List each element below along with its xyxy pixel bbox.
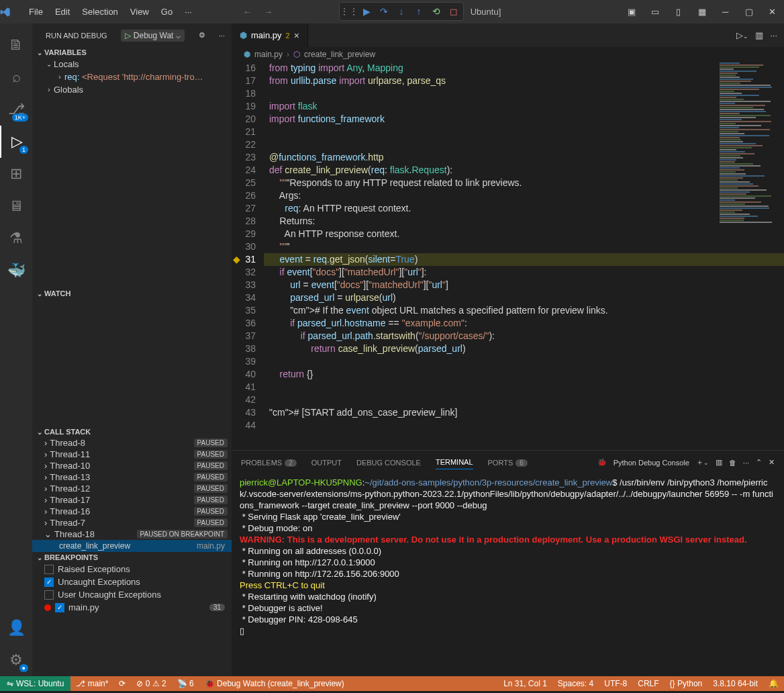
split-terminal-icon[interactable]: ▥ <box>716 458 722 467</box>
menu-bar: FileEditSelectionViewGo··· <box>23 4 197 19</box>
callstack-thread[interactable]: ›Thread-16PAUSED <box>32 506 232 517</box>
menu-go[interactable]: Go <box>156 4 178 19</box>
stack-frame[interactable]: create_link_previewmain.py <box>32 540 232 552</box>
activity-run-debug-icon[interactable]: ▷1 <box>0 126 32 158</box>
split-editor-icon[interactable]: ▥ <box>755 30 763 40</box>
debug-grip-icon[interactable]: ⋮⋮ <box>344 6 354 17</box>
activity-search-icon[interactable]: ⌕ <box>0 61 32 93</box>
variables-scope-globals[interactable]: › Globals <box>32 83 232 96</box>
activity-accounts-icon[interactable]: 👤 <box>0 612 32 644</box>
remote-indicator[interactable]: ⇋ WSL: Ubuntu <box>0 676 70 691</box>
launch-config-selector[interactable]: ▷ Debug Wat ⌵ <box>121 30 185 42</box>
callstack-thread[interactable]: ›Thread-8PAUSED <box>32 437 232 449</box>
panel-tab-output[interactable]: OUTPUT <box>311 456 342 469</box>
debug-step-over-icon[interactable]: ↷ <box>379 6 389 17</box>
breakpoint-row[interactable]: ✓Uncaught Exceptions <box>32 575 232 588</box>
debug-step-out-icon[interactable]: ↑ <box>413 6 424 17</box>
breakpoint-row[interactable]: Raised Exceptions <box>32 563 232 575</box>
debug-target[interactable]: 🐞 Debug Watch (create_link_preview) <box>199 679 350 688</box>
run-icon[interactable]: ▷⌄ <box>736 30 748 40</box>
more-icon[interactable]: ··· <box>219 32 225 40</box>
layout-left-icon[interactable]: ▣ <box>620 3 643 21</box>
callstack-thread[interactable]: ›Thread-10PAUSED <box>32 460 232 471</box>
callstack-thread[interactable]: ›Thread-12PAUSED <box>32 483 232 494</box>
encoding[interactable]: UTF-8 <box>599 679 632 688</box>
minimap[interactable] <box>717 62 784 236</box>
checkbox[interactable]: ✓ <box>44 578 54 587</box>
panel-tab-debug-console[interactable]: DEBUG CONSOLE <box>356 456 421 469</box>
activity-docker-icon[interactable]: 🐳 <box>0 255 32 287</box>
debug-stop-icon[interactable]: ◻ <box>448 6 459 17</box>
code-editor[interactable]: 1617181920212223242526272829303132333435… <box>232 62 784 450</box>
gear-icon[interactable]: ⚙ <box>199 31 205 40</box>
more-icon[interactable]: ··· <box>770 30 777 40</box>
indent[interactable]: Spaces: 4 <box>552 679 599 688</box>
eol[interactable]: CRLF <box>632 679 664 688</box>
variable-row[interactable]: › req: <Request 'http://charming-tro… <box>32 71 232 83</box>
terminal-label[interactable]: Python Debug Console <box>614 459 689 467</box>
close-icon[interactable]: ✕ <box>761 3 784 21</box>
activity-remote-icon[interactable]: 🖥 <box>0 190 32 222</box>
checkbox[interactable] <box>44 590 54 600</box>
debug-toolbar[interactable]: ⋮⋮ ▶ ↷ ↓ ↑ ⟲ ◻ <box>339 2 464 21</box>
breakpoint-row[interactable]: ✓main.py31 <box>32 601 232 614</box>
language[interactable]: {} Python <box>665 679 708 688</box>
sync[interactable]: ⟳ <box>113 679 131 688</box>
code-content[interactable]: from typing import Any, Mappingfrom urll… <box>264 62 784 450</box>
badge: 1 <box>19 146 28 154</box>
checkbox[interactable]: ✓ <box>55 603 64 612</box>
variables-scope-locals[interactable]: ⌄ Locals <box>32 58 232 71</box>
callstack-thread[interactable]: ›Thread-11PAUSED <box>32 449 232 460</box>
callstack-thread[interactable]: ›Thread-7PAUSED <box>32 517 232 528</box>
layout-custom-icon[interactable]: ▦ <box>690 3 714 21</box>
activity-settings-icon[interactable]: ⚙● <box>0 644 32 676</box>
layout-bottom-icon[interactable]: ▭ <box>643 3 667 21</box>
notifications[interactable]: 🔔 <box>763 679 784 688</box>
watch-section-header[interactable]: ⌄ WATCH <box>32 288 232 299</box>
git-branch[interactable]: ⎇ main* <box>70 679 113 688</box>
callstack-section-header[interactable]: ⌄ CALL STACK <box>32 426 232 437</box>
menu-edit[interactable]: Edit <box>50 4 75 19</box>
variables-section-header[interactable]: ⌄ VARIABLES <box>32 47 232 58</box>
debug-step-into-icon[interactable]: ↓ <box>396 6 407 17</box>
panel-tab-problems[interactable]: PROBLEMS2 <box>241 456 297 469</box>
menu-file[interactable]: File <box>23 4 48 19</box>
terminal-output[interactable]: pierrick@LAPTOP-HKU5PNNG:~/git/add-ons-s… <box>232 474 784 676</box>
more-icon[interactable]: ··· <box>743 459 749 467</box>
maximize-panel-icon[interactable]: ⌃ <box>756 458 762 467</box>
nav-back-icon[interactable]: ← <box>238 4 257 19</box>
cursor-pos[interactable]: Ln 31, Col 1 <box>498 679 552 688</box>
layout-right-icon[interactable]: ▯ <box>667 3 690 21</box>
debug-restart-icon[interactable]: ⟲ <box>431 6 442 17</box>
activity-explorer-icon[interactable]: 🗎 <box>0 29 32 61</box>
nav-forward-icon[interactable]: → <box>258 4 278 19</box>
breakpoints-section-header[interactable]: ⌄ BREAKPOINTS <box>32 552 232 563</box>
callstack-thread[interactable]: ›Thread-17PAUSED <box>32 494 232 506</box>
maximize-icon[interactable]: ▢ <box>737 3 761 21</box>
activity-source-control-icon[interactable]: ⎇1K+ <box>0 93 32 126</box>
kill-terminal-icon[interactable]: 🗑 <box>729 459 736 467</box>
checkbox[interactable] <box>44 565 54 574</box>
breadcrumb-item[interactable]: main.py <box>254 50 283 59</box>
panel-tab-terminal[interactable]: TERMINAL <box>436 455 473 469</box>
callstack-thread[interactable]: ›Thread-13PAUSED <box>32 471 232 483</box>
breadcrumb-item[interactable]: create_link_preview <box>304 50 375 59</box>
minimize-icon[interactable]: ─ <box>714 3 737 21</box>
panel-tab-ports[interactable]: PORTS6 <box>488 456 528 469</box>
callstack-thread[interactable]: ⌄Thread-18PAUSED ON BREAKPOINT <box>32 528 232 540</box>
debug-continue-icon[interactable]: ▶ <box>361 6 372 17</box>
menu-selection[interactable]: Selection <box>77 4 123 19</box>
ports[interactable]: 📡 6 <box>172 679 199 688</box>
editor-tab[interactable]: ⬢ main.py 2 × <box>232 24 308 47</box>
menu-···[interactable]: ··· <box>179 4 197 19</box>
breadcrumb[interactable]: ⬢ main.py › ⬡ create_link_preview <box>232 47 784 62</box>
new-terminal-icon[interactable]: ＋⌄ <box>696 457 709 467</box>
interpreter[interactable]: 3.8.10 64-bit <box>707 679 763 688</box>
activity-testing-icon[interactable]: ⚗ <box>0 222 32 255</box>
activity-extensions-icon[interactable]: ⊞ <box>0 158 32 190</box>
menu-view[interactable]: View <box>125 4 154 19</box>
breakpoint-row[interactable]: User Uncaught Exceptions <box>32 588 232 601</box>
problems[interactable]: ⊘ 0 ⚠ 2 <box>131 679 171 688</box>
close-panel-icon[interactable]: ✕ <box>769 458 775 467</box>
tab-close-icon[interactable]: × <box>294 30 299 41</box>
